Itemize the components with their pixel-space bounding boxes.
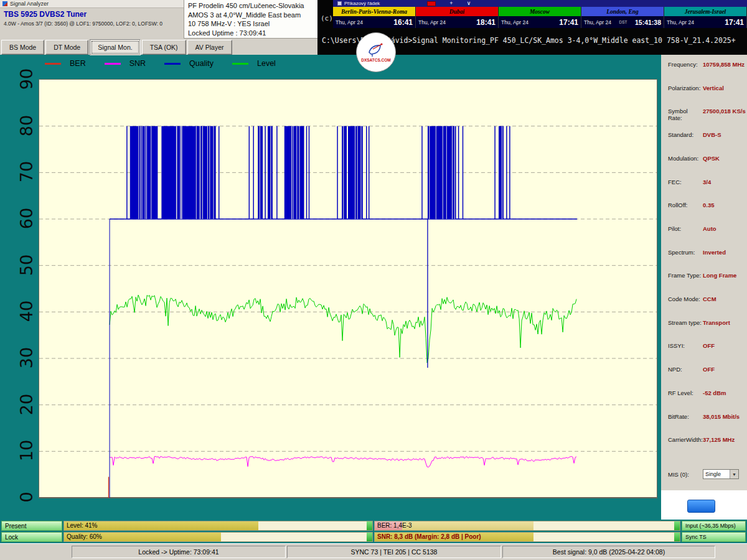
sidebar-action-button[interactable] — [687, 500, 715, 513]
clock-time: 17:41 — [725, 18, 744, 27]
param-row: Modulation:QPSK — [668, 155, 746, 162]
tab-dt-mode[interactable]: DT Mode — [45, 40, 88, 55]
y-axis-tick-label: 90 — [14, 64, 39, 94]
status-bar: Locked -> Uptime: 73:09:41 SYNC 73 | TEI… — [0, 543, 747, 560]
chart-canvas — [39, 80, 657, 498]
param-label: RollOff: — [668, 202, 703, 208]
clock-column: Jerusalem-IsraelThu, Apr 2417:41 — [664, 7, 747, 28]
satellite-info-line: AMOS 3 at 4,0°W_Middle East beam — [188, 11, 317, 20]
ber-bar-green-tip — [674, 521, 680, 530]
param-label: Spectrum: — [668, 249, 703, 256]
param-label: Stream type: — [668, 319, 703, 326]
clock-titlebar[interactable]: Příkazový řádek + ∨ — [333, 0, 747, 7]
param-row: Spectrum:Inverted — [668, 249, 746, 256]
titlebar-red-button[interactable] — [427, 1, 436, 6]
app-titlebar[interactable]: Signal Analyzer — [0, 0, 184, 8]
legend-label-quality: Quality — [189, 59, 214, 68]
best-signal-panel: Best signal: 9,0 dB (2025-04-22 04:08) — [502, 546, 715, 558]
tab-signal-mon[interactable]: Signal Mon. — [90, 39, 140, 55]
param-label: Code Mode: — [668, 296, 703, 302]
param-value: DVB-S — [703, 131, 721, 138]
param-row: RF Level:-52 dBm — [668, 390, 746, 396]
legend-item-snr: SNR — [105, 59, 146, 68]
y-axis-tick-label: 70 — [14, 157, 39, 187]
snr-bar-text: SNR: 8,3 dB (Margin: 2,8 dB | Poor) — [377, 533, 481, 540]
param-value: 10759,858 MHz — [703, 61, 745, 68]
mode-tabs: BS Mode DT Mode Signal Mon. TSA (OK) AV … — [1, 40, 232, 55]
tab-tsa[interactable]: TSA (OK) — [142, 40, 186, 55]
clock-time: 16:41 — [393, 18, 413, 27]
quality-bar-green-tip — [367, 533, 372, 541]
present-indicator: Present — [1, 521, 62, 531]
clock-column: DubaiThu, Apr 2418:41 — [416, 7, 499, 28]
param-label: Standard: — [668, 131, 703, 138]
chevron-down-icon[interactable]: ▼ — [730, 470, 738, 478]
clock-column: Berlin-Paris-Vienna-RomaThu, Apr 2416:41 — [333, 7, 416, 28]
param-row: ISSYI:OFF — [668, 342, 746, 349]
clock-city-header: Moscow — [499, 7, 581, 16]
app-icon — [2, 1, 7, 6]
param-value: OFF — [703, 366, 715, 373]
status-row-2: Lock Quality: 60% SNR: 8,3 dB (Margin: 2… — [0, 532, 747, 542]
status-row-1: Present Level: 41% BER: 1,4E-3 Input (~3… — [0, 521, 747, 531]
param-value: Auto — [703, 225, 716, 232]
param-label: CarrierWidth: — [668, 436, 703, 443]
chart-legend: BER SNR Quality Level — [45, 59, 276, 68]
uptime-info-line: Locked Uptime : 73:09:41 — [188, 29, 317, 38]
param-label: Pilot: — [668, 225, 703, 232]
input-indicator: Input (~36,35 Mbps) — [682, 521, 746, 531]
legend-item-level: Level — [232, 59, 276, 68]
clock-date: Thu, Apr 24 — [667, 19, 694, 26]
param-row: Symbol Rate:27500,018 KS/s — [668, 108, 746, 121]
clock-dst-flag: DST — [619, 20, 627, 24]
clock-date: Thu, Apr 24 — [501, 19, 529, 26]
param-value: OFF — [703, 342, 715, 349]
titlebar-chevron-button[interactable]: ∨ — [467, 1, 471, 6]
clock-city-header: London, Eng — [581, 7, 664, 16]
legend-item-quality: Quality — [164, 59, 214, 68]
param-value: 0.35 — [703, 202, 715, 208]
param-value: Inverted — [703, 249, 726, 256]
param-label: Polarization: — [668, 85, 703, 91]
clock-columns: Berlin-Paris-Vienna-RomaThu, Apr 2416:41… — [333, 7, 747, 28]
param-row: Polarization:Vertical — [668, 85, 746, 91]
param-value: -52 dBm — [703, 390, 726, 396]
tab-bs-mode[interactable]: BS Mode — [1, 40, 44, 55]
param-label: Symbol Rate: — [668, 108, 703, 121]
dxsatcs-logo: DXSATCS.COM — [356, 32, 396, 72]
app-title: Signal Analyzer — [10, 1, 49, 7]
clock-city-header: Dubai — [416, 7, 499, 16]
param-label: Frame Type: — [668, 272, 703, 279]
param-label: BitRate: — [668, 413, 703, 420]
console-title: Příkazový řádek — [344, 1, 380, 6]
clock-time-row: Thu, Apr 2418:41 — [416, 16, 499, 28]
clock-column: London, EngThu, Apr 24DST15:41:38 — [581, 7, 664, 28]
ber-bar: BER: 1,4E-3 — [374, 521, 680, 531]
tab-av-player[interactable]: AV Player — [187, 40, 232, 55]
clock-city-header: Berlin-Paris-Vienna-Roma — [333, 7, 416, 16]
transponder-params-sidebar: Frequency:10759,858 MHzPolarization:Vert… — [661, 55, 747, 520]
level-bar-green-tip — [367, 521, 372, 530]
clock-time-row: Thu, Apr 2417:41 — [664, 16, 747, 28]
y-axis-tick-label: 0 — [14, 482, 39, 512]
param-label: FEC: — [668, 179, 703, 185]
param-row: FEC:3/4 — [668, 179, 746, 185]
ber-line-swatch — [45, 63, 61, 65]
mis-label: MIS (0): — [668, 471, 703, 478]
param-value: QPSK — [703, 155, 720, 162]
clock-time-row: Thu, Apr 24DST15:41:38 — [581, 16, 664, 28]
ber-bar-yellow-segment — [402, 521, 533, 530]
titlebar-plus-button[interactable]: + — [449, 1, 453, 6]
clock-time-row: Thu, Apr 2416:41 — [333, 16, 416, 28]
param-value: 3/4 — [703, 179, 711, 185]
dish-info-line: PF Prodelin 450 cm/Lučenec-Slovakia — [188, 1, 317, 11]
legend-label-level: Level — [257, 59, 276, 68]
param-value: 37,125 MHz — [703, 436, 735, 443]
param-value: 27500,018 KS/s — [703, 108, 746, 114]
mis-select[interactable]: Single ▼ — [703, 469, 739, 479]
mis-row: MIS (0): Single ▼ — [668, 469, 746, 479]
lock-indicator: Lock — [1, 532, 62, 542]
param-label: RF Level: — [668, 390, 703, 396]
y-axis-tick-label: 60 — [14, 203, 39, 233]
console-icon — [337, 1, 342, 6]
